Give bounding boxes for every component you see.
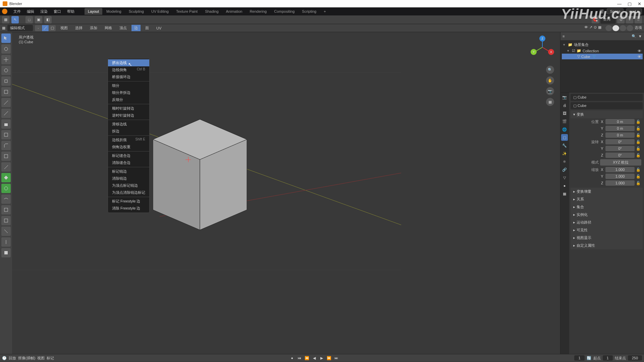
select-mode-1[interactable]: □ xyxy=(25,16,33,23)
matprev-shading[interactable] xyxy=(620,25,626,31)
camera-icon[interactable]: 📷 xyxy=(546,87,554,95)
prop-section-collapsed[interactable]: ▸自定义属性 xyxy=(571,242,643,249)
keyframe-next-icon[interactable]: ⏩ xyxy=(326,355,332,361)
tool-measure[interactable] xyxy=(1,109,11,118)
3d-viewport[interactable]: 用户透视 (1) Cube 挤出边线边线倒角Ctrl B桥接循环边细分细分并拆边… xyxy=(12,32,560,354)
tab-add[interactable]: + xyxy=(320,8,329,15)
tool-inset[interactable] xyxy=(1,130,11,139)
ptab-material[interactable]: ● xyxy=(561,182,568,189)
context-menu-item[interactable]: 标记锐边 xyxy=(108,168,149,175)
scale-z[interactable]: 1.000 xyxy=(605,180,635,186)
outliner-editor-icon[interactable]: ≡ xyxy=(562,34,565,38)
visibility-icon[interactable]: 👁 xyxy=(584,25,588,31)
autokey-icon[interactable]: ● xyxy=(289,355,295,361)
minimize-button[interactable]: — xyxy=(617,1,622,6)
timeline-playback[interactable]: 回放 xyxy=(9,356,16,361)
lock-icon[interactable]: 🔓 xyxy=(636,153,641,158)
context-menu-item[interactable]: 清除 Freestyle 边 xyxy=(108,205,149,212)
tab-compositing[interactable]: Compositing xyxy=(271,8,298,15)
tab-texturepaint[interactable]: Texture Paint xyxy=(173,8,201,15)
timeline-view[interactable]: 视图 xyxy=(37,356,45,361)
context-menu-item[interactable]: 为顶点清除锐边标记 xyxy=(108,189,149,196)
tool-rip[interactable] xyxy=(1,237,11,247)
rendered-shading[interactable] xyxy=(627,25,633,31)
timeline-marker[interactable]: 标记 xyxy=(47,356,54,361)
layer-selector[interactable]: ew La xyxy=(626,8,642,14)
ptab-modifier[interactable]: 🔧 xyxy=(561,142,568,149)
location-x[interactable]: 0 m xyxy=(605,119,635,124)
gizmo-y-axis[interactable]: Y xyxy=(531,49,537,55)
ptab-constraint[interactable]: 🔗 xyxy=(561,166,568,173)
ptab-world[interactable]: 🌐 xyxy=(561,126,568,133)
location-z[interactable]: 0 m xyxy=(605,132,635,138)
context-menu-item[interactable]: 细分并拆边 xyxy=(108,89,149,96)
menu-render[interactable]: 渲染 xyxy=(38,8,50,15)
select-mode-3[interactable]: ◧ xyxy=(44,16,52,23)
prop-section-collapsed[interactable]: ▸可见性 xyxy=(571,226,643,234)
prop-section-collapsed[interactable]: ▸运动路径 xyxy=(571,219,643,226)
tab-layout[interactable]: Layout xyxy=(85,8,102,15)
timeline-editor-icon[interactable]: 🕐 xyxy=(2,356,7,360)
snap-toggle-icon[interactable]: ⌖ xyxy=(626,16,633,23)
wireframe-shading[interactable] xyxy=(605,25,612,31)
tool-knife[interactable] xyxy=(1,162,11,172)
header-add[interactable]: 添加 xyxy=(87,25,100,31)
rotation-mode[interactable]: XYZ 欧拉 xyxy=(600,159,641,166)
editor-icon[interactable]: ▦ xyxy=(2,26,5,30)
header-select[interactable]: 选择 xyxy=(72,25,85,31)
perspective-icon[interactable]: ▦ xyxy=(546,98,554,106)
context-menu-item[interactable]: 顺时针旋转边 xyxy=(108,105,149,112)
context-menu-item[interactable]: 标记 Freestyle 边 xyxy=(108,198,149,205)
jump-start-icon[interactable]: ⏮ xyxy=(297,355,303,361)
tool-cursor[interactable] xyxy=(1,44,11,54)
tab-animation[interactable]: Animation xyxy=(223,8,246,15)
prop-section-collapsed[interactable]: ▸视图显示 xyxy=(571,234,643,242)
end-frame[interactable]: 250 xyxy=(628,355,642,361)
tool-smooth[interactable] xyxy=(1,194,11,204)
tool-shear[interactable] xyxy=(1,227,11,236)
header-options[interactable]: 选项 xyxy=(635,25,642,31)
ptab-scene[interactable]: 🎬 xyxy=(561,118,568,125)
current-frame[interactable]: 1 xyxy=(574,355,584,361)
lock-icon[interactable]: 🔓 xyxy=(636,126,641,131)
header-edge[interactable]: 边 xyxy=(131,25,141,31)
tool-bevel[interactable] xyxy=(1,141,11,150)
tool-transform[interactable] xyxy=(1,87,11,97)
context-menu-item[interactable]: 细分 xyxy=(108,82,149,89)
location-y[interactable]: 0 m xyxy=(605,126,635,131)
prop-section-collapsed[interactable]: ▸实例化 xyxy=(571,211,643,219)
timeline-keying[interactable]: 抠像(插帧) xyxy=(18,356,35,361)
context-menu-item[interactable]: 拆边 xyxy=(108,128,149,135)
context-menu-item[interactable]: 反细分 xyxy=(108,96,149,103)
outliner-collection[interactable]: ▾ ☑ 📁 Collection 👁 xyxy=(562,48,643,54)
menu-edit[interactable]: 编辑 xyxy=(24,8,37,15)
tool-edgeslide[interactable] xyxy=(1,205,11,215)
outliner-scene-collection[interactable]: ▾ 📁 场景集合 xyxy=(562,42,643,48)
prop-section-collapsed[interactable]: ▸集合 xyxy=(571,203,643,211)
context-menu-item[interactable]: 滑移边线 xyxy=(108,121,149,128)
visibility-toggle-icon[interactable]: 👁 xyxy=(638,55,641,59)
cube-mesh[interactable] xyxy=(133,93,260,237)
edge-select-mode[interactable]: ／ xyxy=(42,25,49,31)
header-vertex[interactable]: 顶点 xyxy=(117,25,129,31)
select-mode-2[interactable]: ▣ xyxy=(35,16,42,23)
header-mesh[interactable]: 网格 xyxy=(102,25,115,31)
tab-scripting[interactable]: Scripting xyxy=(299,8,320,15)
header-face[interactable]: 面 xyxy=(143,25,152,31)
context-menu-item[interactable]: 标记缝合边 xyxy=(108,152,149,159)
navigation-gizmo[interactable]: X Y Z xyxy=(531,36,554,59)
face-select-mode[interactable]: ▢ xyxy=(49,25,56,31)
lock-icon[interactable]: 🔓 xyxy=(636,168,641,172)
rotation-y[interactable]: 0° xyxy=(605,146,635,151)
pivot-icon[interactable]: ⊙ xyxy=(617,16,625,23)
tool-select[interactable] xyxy=(1,34,11,43)
ptab-texture[interactable]: ▦ xyxy=(561,190,568,197)
context-menu-item[interactable]: 边线倒角Ctrl B xyxy=(108,66,149,73)
close-button[interactable]: ✕ xyxy=(638,1,641,6)
ptab-mesh[interactable]: ▽ xyxy=(561,174,568,181)
transform-section[interactable]: ▾变换 xyxy=(571,111,643,118)
ptab-viewlayer[interactable]: 🖼 xyxy=(561,110,568,117)
menu-file[interactable]: 文件 xyxy=(11,8,23,15)
ptab-output[interactable]: 🖨 xyxy=(561,102,568,109)
rotation-z[interactable]: 0° xyxy=(605,153,635,158)
